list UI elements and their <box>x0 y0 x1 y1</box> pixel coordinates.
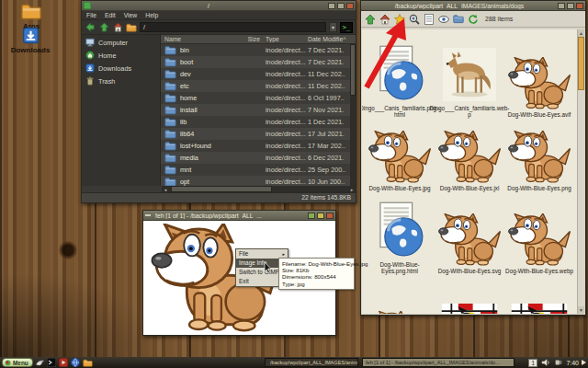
maximize-button[interactable] <box>317 213 324 219</box>
taskbar-task-feh[interactable]: feh [1 of 1] - /backup/wpclipart_ALL_IMA… <box>362 358 514 367</box>
thumbnail-item[interactable]: Dingo___Canis_familiaris.web-p <box>435 33 504 118</box>
media-launcher-icon[interactable] <box>59 358 69 367</box>
start-menu-button[interactable]: Menu <box>2 358 33 367</box>
folder-icon <box>164 141 176 151</box>
folder-icon <box>164 177 176 186</box>
close-button[interactable] <box>326 213 334 219</box>
desktop-icon-downloads[interactable]: Downloads <box>2 27 59 54</box>
thumbnail-label: Dog-With-Blue-Eyes.jxl <box>440 185 500 191</box>
sidebar-item-trash[interactable]: Trash <box>82 75 160 87</box>
file-row[interactable]: lost+foundinode/direct...17 Mar 202.. <box>161 140 356 152</box>
home-icon[interactable] <box>112 22 123 33</box>
dove-launcher-icon[interactable] <box>35 358 45 367</box>
files-launcher-icon[interactable] <box>83 358 93 367</box>
scroll-down-icon[interactable]: ▼ <box>578 306 584 314</box>
title-bar[interactable]: feh [1 of 1] - /backup/wpclipart_ALL_... <box>143 211 335 221</box>
folder-icon <box>164 81 176 91</box>
downloads-icon <box>85 63 95 73</box>
vertical-scrollbar[interactable]: ▲ ▼ <box>577 29 584 314</box>
sidebar: Computer Home Downloads Trash <box>82 35 161 186</box>
volume-icon[interactable] <box>540 358 550 367</box>
file-row[interactable]: libinode/direct...1 Dec 2021. <box>161 116 356 128</box>
file-row[interactable]: lib64inode/direct...17 Jul 2021. <box>161 128 356 140</box>
thumbnail-item[interactable]: Dog-With-Blue-Eyes.jpg <box>365 121 435 191</box>
folder-icon <box>164 57 176 67</box>
thumbnail-item[interactable] <box>504 278 574 314</box>
power-plug-icon[interactable] <box>553 358 563 367</box>
browser-launcher-icon[interactable] <box>71 358 81 367</box>
maximize-button[interactable] <box>337 3 345 9</box>
window-menu-icon[interactable] <box>145 214 151 216</box>
path-dropdown-icon[interactable]: ▾ <box>329 22 337 32</box>
taskbar-task-file-manager[interactable]: /backup/wpclipart_ALL_IMAGES/animals/dog… <box>265 358 358 367</box>
thumbnail-item[interactable]: Dog-With-Blue-Eyes.png <box>504 121 574 191</box>
thumbnail-item[interactable]: Dog-With-Blue-Eyes.webp <box>504 195 574 274</box>
thumbnail-item[interactable] <box>365 278 435 314</box>
close-button[interactable] <box>346 3 354 9</box>
thumbnail-label: Dog-With-Blue-Eyes.jpg <box>368 185 430 191</box>
column-date[interactable]: Date Modifie^ <box>308 36 356 42</box>
file-row[interactable]: devinode/direct...11 Dec 202.. <box>161 68 356 80</box>
info-size: Size: 81Kb <box>282 267 351 273</box>
folder-icon[interactable] <box>453 14 464 25</box>
file-row[interactable]: installinode/direct...7 Nov 2021. <box>161 104 356 116</box>
file-row[interactable]: bininode/direct...7 Dec 2021. <box>161 44 356 56</box>
column-name[interactable]: Name <box>161 36 227 42</box>
path-input[interactable] <box>140 22 326 32</box>
workspace-pager[interactable]: 1 <box>528 359 537 367</box>
thumbnail-label: Dog-With-Blue-Eyes.avif <box>508 111 571 118</box>
scroll-right-icon[interactable]: ▸ <box>348 187 356 192</box>
menu-file[interactable]: File <box>86 12 96 18</box>
file-list: Name Size Type Date Modifie^ bininode/di… <box>161 35 356 186</box>
back-icon[interactable] <box>85 22 96 33</box>
folder-icon <box>164 153 176 163</box>
file-row[interactable]: bootinode/direct...7 Dec 2021. <box>161 56 356 68</box>
desktop: Aros Downloads / File Edit View Help ▾ >… <box>0 0 588 368</box>
up-icon[interactable] <box>98 22 109 33</box>
minimize-button[interactable] <box>558 3 565 9</box>
tray-expand-icon[interactable] <box>582 360 586 365</box>
menu-help[interactable]: Help <box>145 12 158 18</box>
file-row[interactable]: optinode/direct...10 Jun 200.. <box>161 176 356 186</box>
thumbnail-item[interactable]: Dog-With-Blue-Eyes.jxl <box>435 121 504 191</box>
thumbnail-item[interactable]: Dog-With-Blue-Eyes.avif <box>504 33 574 118</box>
file-row[interactable]: etcinode/direct...11 Dec 202.. <box>161 80 356 92</box>
file-row[interactable]: homeinode/direct...6 Oct 1997.. <box>161 92 356 104</box>
sidebar-item-computer[interactable]: Computer <box>82 36 160 49</box>
close-button[interactable] <box>576 3 583 9</box>
minimize-button[interactable] <box>308 213 315 219</box>
menu-logo-icon <box>5 360 11 366</box>
thumbnail-item[interactable]: Dog-With-Blue-Eyes.png.html <box>365 195 435 274</box>
annotation-arrow-icon <box>358 15 413 92</box>
refresh-icon[interactable] <box>468 14 479 25</box>
scroll-left-icon[interactable]: ◂ <box>162 187 169 192</box>
downloads-icon <box>2 27 59 44</box>
folder-icon <box>164 117 176 127</box>
show-hidden-eye-icon[interactable] <box>438 14 449 25</box>
terminal-launcher-icon[interactable] <box>47 358 57 367</box>
scroll-up-icon[interactable]: ▲ <box>578 29 584 37</box>
maximize-button[interactable] <box>567 3 574 9</box>
list-view-icon[interactable] <box>424 14 435 25</box>
title-bar[interactable]: /backup/wpclipart_ALL_IMAGES/animals/dog… <box>361 1 585 11</box>
vertical-scrollbar[interactable] <box>350 44 356 186</box>
column-type[interactable]: Type <box>266 36 308 42</box>
horizontal-scrollbar[interactable]: ◂ ▸ <box>162 186 356 192</box>
title-bar[interactable]: / <box>82 1 356 11</box>
new-folder-icon[interactable] <box>126 22 137 33</box>
sidebar-item-downloads[interactable]: Downloads <box>82 62 160 75</box>
thumbnail-item[interactable]: Dog-With-Blue-Eyes.svg <box>435 195 504 274</box>
thumbnail-label: Dingo___Canis_familiaris.web-p <box>430 105 510 118</box>
sidebar-item-home[interactable]: Home <box>82 49 160 62</box>
file-row[interactable]: mntinode/direct...25 Sep 200.. <box>161 164 356 176</box>
cartoon-dog-image <box>508 131 571 183</box>
menu-edit[interactable]: Edit <box>105 12 116 18</box>
column-size[interactable]: Size <box>227 36 266 42</box>
column-headers: Name Size Type Date Modifie^ <box>161 35 356 44</box>
terminal-icon[interactable]: >_ <box>340 22 353 33</box>
cartoon-dog-image <box>508 57 571 109</box>
menu-view[interactable]: View <box>124 12 138 18</box>
file-row[interactable]: mediainode/direct...6 Dec 2021. <box>161 152 356 164</box>
thumbnail-item[interactable] <box>435 278 504 314</box>
minimize-button[interactable] <box>328 3 335 9</box>
